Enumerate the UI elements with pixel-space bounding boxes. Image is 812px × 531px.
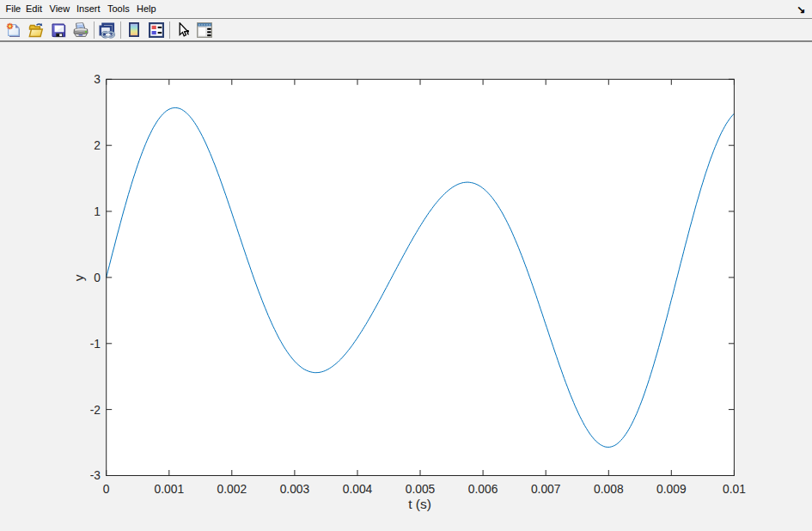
svg-text:-1: -1 [90, 338, 101, 351]
svg-text:0.007: 0.007 [531, 483, 561, 496]
svg-text:2: 2 [94, 139, 101, 152]
svg-text:0.002: 0.002 [217, 483, 247, 496]
svg-text:0.004: 0.004 [343, 483, 373, 496]
svg-text:0: 0 [94, 272, 101, 284]
svg-text:0.008: 0.008 [594, 483, 624, 496]
svg-text:0.001: 0.001 [155, 483, 185, 496]
svg-text:y: y [71, 274, 86, 281]
svg-text:0.006: 0.006 [468, 483, 498, 496]
svg-text:0.009: 0.009 [656, 483, 687, 496]
svg-text:0.003: 0.003 [280, 483, 310, 496]
svg-text:-3: -3 [90, 469, 101, 482]
svg-text:0.01: 0.01 [723, 483, 746, 496]
svg-text:-2: -2 [90, 404, 101, 417]
svg-text:0.005: 0.005 [406, 483, 436, 496]
svg-text:3: 3 [94, 73, 101, 86]
svg-text:t (s): t (s) [408, 497, 431, 511]
svg-text:0: 0 [103, 483, 110, 496]
svg-text:1: 1 [94, 205, 101, 218]
